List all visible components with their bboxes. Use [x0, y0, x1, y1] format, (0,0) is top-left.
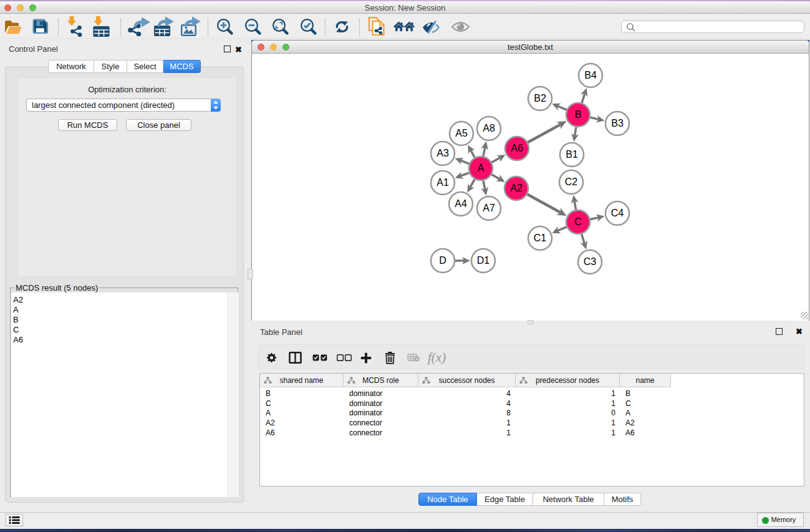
svg-text:C1: C1: [534, 233, 547, 243]
svg-text:C2: C2: [565, 177, 578, 187]
svg-text:A7: A7: [483, 203, 495, 213]
svg-text:C3: C3: [584, 256, 597, 267]
svg-text:B: B: [575, 109, 582, 120]
svg-text:C: C: [574, 216, 582, 227]
svg-text:B2: B2: [534, 93, 546, 104]
svg-text:A2: A2: [510, 183, 523, 193]
svg-text:B4: B4: [584, 70, 597, 80]
svg-text:A: A: [478, 163, 485, 173]
svg-text:A4: A4: [455, 198, 467, 209]
svg-text:A8: A8: [483, 123, 495, 133]
svg-text:C4: C4: [611, 208, 624, 218]
svg-text:B3: B3: [611, 118, 624, 128]
svg-text:A6: A6: [511, 143, 523, 153]
svg-text:D1: D1: [477, 255, 490, 266]
svg-text:D: D: [439, 255, 446, 266]
svg-text:A5: A5: [455, 128, 468, 138]
svg-text:B1: B1: [566, 149, 578, 160]
svg-text:A3: A3: [436, 148, 449, 158]
svg-text:A1: A1: [436, 177, 449, 188]
